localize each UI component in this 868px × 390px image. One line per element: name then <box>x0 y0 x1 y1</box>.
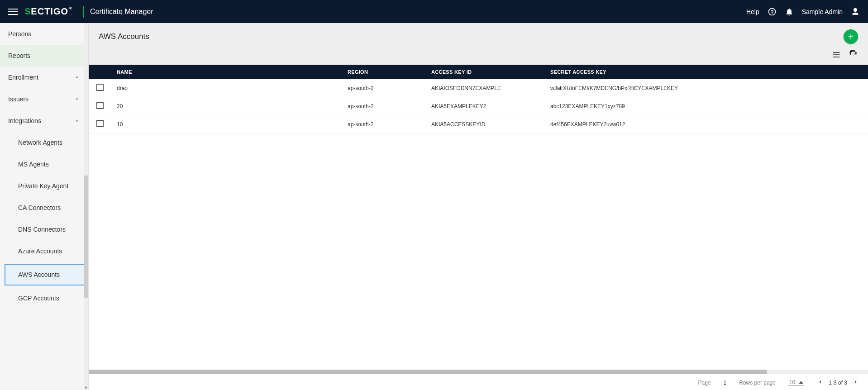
sidebar-subitem-ms-agents[interactable]: MS Agents <box>0 153 88 175</box>
sidebar-item-label: Enrollment <box>8 74 38 81</box>
sidebar-subitem-ca-connectors[interactable]: CA Connectors <box>0 197 88 219</box>
cell-secret: def456EXAMPLEKEY2uvw012 <box>545 115 868 133</box>
dropdown-triangle-icon <box>799 381 803 384</box>
pagination: Page 1 Rows per page 10 1-3 of 3 <box>89 375 868 390</box>
table-row[interactable]: 20 ap-south-2 AKIA5EXAMPLEKEY2 abc123EXA… <box>89 97 868 115</box>
sidebar-item-persons[interactable]: Persons <box>0 23 88 45</box>
sidebar-subitem-dns-connectors[interactable]: DNS Connectors <box>0 219 88 240</box>
cell-region: ap-south-2 <box>342 97 426 115</box>
sidebar-item-integrations[interactable]: Integrations <box>0 110 88 132</box>
next-page-button[interactable] <box>853 379 859 386</box>
horizontal-scrollbar-track[interactable] <box>89 370 868 374</box>
page-number[interactable]: 1 <box>724 380 727 386</box>
sidebar-item-issuers[interactable]: Issuers <box>0 88 88 110</box>
brand-accent-letter: S <box>24 6 31 16</box>
chevron-down-icon <box>74 74 80 81</box>
column-header-checkbox <box>89 65 111 79</box>
main-content: AWS Accounts NAME REGION ACCESS KEY ID <box>89 23 868 390</box>
plus-icon <box>847 33 855 41</box>
cell-region: ap-south-2 <box>342 79 426 97</box>
horizontal-scrollbar-thumb[interactable] <box>89 370 767 374</box>
sidebar-scrollbar-thumb[interactable] <box>84 176 88 298</box>
chevron-down-icon <box>74 96 80 102</box>
sidebar: ▲ Persons Reports Enrollment Issuers Int… <box>0 23 89 390</box>
column-header-region[interactable]: REGION <box>342 65 426 79</box>
sidebar-item-label: Issuers <box>8 95 29 103</box>
add-button[interactable] <box>844 29 858 44</box>
page-title: AWS Accounts <box>99 32 149 41</box>
row-checkbox[interactable] <box>96 120 104 127</box>
sidebar-item-label: Reports <box>8 52 30 59</box>
cell-secret: abc123EXAMPLEKEY1xyz789 <box>545 97 868 115</box>
list-view-icon[interactable] <box>832 50 841 59</box>
table-footer: Page 1 Rows per page 10 1-3 of 3 <box>89 370 868 390</box>
cell-access-key-id: AKIA5EXAMPLEKEY2 <box>426 97 545 115</box>
header-divider <box>83 6 84 18</box>
app-title: Certificate Manager <box>90 8 153 16</box>
notifications-icon[interactable] <box>785 7 794 16</box>
cell-region: ap-south-2 <box>342 115 426 133</box>
sidebar-subitem-azure-accounts[interactable]: Azure Accounts <box>0 240 88 262</box>
sidebar-subitem-private-key-agent[interactable]: Private Key Agent <box>0 175 88 197</box>
user-avatar-icon[interactable] <box>851 7 860 16</box>
cell-name: 20 <box>111 97 342 115</box>
chevron-up-icon <box>74 118 80 124</box>
brand-logo[interactable]: SECTIGO® <box>24 6 72 17</box>
sidebar-item-enrollment[interactable]: Enrollment <box>0 67 88 88</box>
accounts-table: NAME REGION ACCESS KEY ID SECRET ACCESS … <box>89 65 868 133</box>
sidebar-item-label: Integrations <box>8 117 41 124</box>
rows-per-page-label: Rows per page <box>739 380 776 386</box>
toolbar <box>89 50 868 65</box>
brand-rest: ECTIGO <box>31 6 68 16</box>
help-icon[interactable] <box>768 7 777 16</box>
top-header: SECTIGO® Certificate Manager Help Sample… <box>0 0 868 23</box>
sidebar-scrollbar-track[interactable] <box>84 23 88 390</box>
table-row[interactable]: drao ap-south-2 AKIAIOSFODNN7EXAMPLE wJa… <box>89 79 868 97</box>
page-range: 1-3 of 3 <box>829 380 847 386</box>
row-checkbox[interactable] <box>96 84 104 91</box>
cell-access-key-id: AKIA5ACCESSKEYID <box>426 115 545 133</box>
cell-name: drao <box>111 79 342 97</box>
page-label: Page <box>698 380 711 386</box>
sidebar-subitem-aws-accounts[interactable]: AWS Accounts <box>5 264 85 285</box>
table-row[interactable]: 10 ap-south-2 AKIA5ACCESSKEYID def456EXA… <box>89 115 868 133</box>
column-header-secret-access-key[interactable]: SECRET ACCESS KEY <box>545 65 868 79</box>
sidebar-scroll-down-icon[interactable]: ▼ <box>84 385 88 390</box>
brand-registered: ® <box>69 6 72 10</box>
row-checkbox[interactable] <box>96 102 104 109</box>
cell-secret: wJalrXUtnFEMI/K7MDENG/bPxRfiCYEXAMPLEKEY <box>545 79 868 97</box>
rows-per-page-value: 10 <box>789 379 795 385</box>
sidebar-item-reports[interactable]: Reports <box>0 45 88 67</box>
refresh-icon[interactable] <box>849 50 858 59</box>
sidebar-subitem-gcp-accounts[interactable]: GCP Accounts <box>0 287 88 309</box>
page-header: AWS Accounts <box>89 23 868 50</box>
cell-name: 10 <box>111 115 342 133</box>
column-header-name[interactable]: NAME <box>111 65 342 79</box>
sidebar-item-label: Persons <box>8 30 31 38</box>
sidebar-subitem-network-agents[interactable]: Network Agents <box>0 132 88 153</box>
column-header-access-key-id[interactable]: ACCESS KEY ID <box>426 65 545 79</box>
cell-access-key-id: AKIAIOSFODNN7EXAMPLE <box>426 79 545 97</box>
user-name[interactable]: Sample Admin <box>802 8 843 15</box>
rows-per-page-select[interactable]: 10 <box>788 379 804 386</box>
hamburger-menu-icon[interactable] <box>8 7 18 17</box>
help-link[interactable]: Help <box>746 8 759 15</box>
prev-page-button[interactable] <box>817 379 823 386</box>
